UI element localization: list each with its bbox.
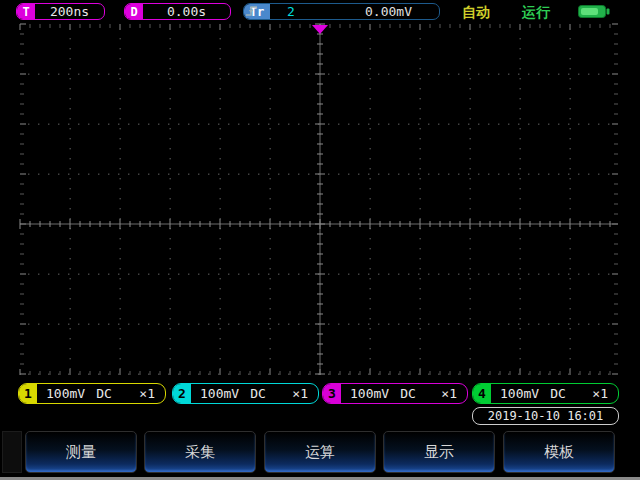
timebase-setting[interactable]: T 200ns xyxy=(16,3,105,20)
menu-button-acquire[interactable]: 采集 xyxy=(144,431,256,473)
acquisition-mode: 自动 xyxy=(462,4,490,22)
datetime-display: 2019-10-10 16:01 xyxy=(472,407,619,425)
channel-2-scale: 100mV xyxy=(200,386,239,401)
graticule xyxy=(20,24,618,375)
trigger-position-marker[interactable] xyxy=(312,25,328,34)
trigger-source: 2 xyxy=(270,4,312,19)
menu-button-template[interactable]: 模板 xyxy=(503,431,615,473)
trigger-setting[interactable]: Tr 2 0.00mV xyxy=(243,3,440,20)
menu-button-display[interactable]: 显示 xyxy=(383,431,495,473)
channel-1-badge: 1 xyxy=(19,384,37,403)
channel-1-coupling: DC xyxy=(96,386,112,401)
channel-4-scale: 100mV xyxy=(500,386,539,401)
channel-4-info[interactable]: 4 100mV DC ×1 xyxy=(472,383,619,404)
run-state: 运行 xyxy=(522,4,550,22)
channel-3-info[interactable]: 3 100mV DC ×1 xyxy=(322,383,468,404)
delay-setting[interactable]: D 0.00s xyxy=(124,3,231,20)
channel-4-coupling: DC xyxy=(550,386,566,401)
channel-4-badge: 4 xyxy=(473,384,491,403)
channel-1-scale: 100mV xyxy=(46,386,85,401)
menu-button-measure[interactable]: 测量 xyxy=(25,431,137,473)
channel-1-probe: ×1 xyxy=(139,386,155,401)
channel-3-badge: 3 xyxy=(323,384,341,403)
channel-3-coupling: DC xyxy=(400,386,416,401)
delay-value: 0.00s xyxy=(143,4,230,19)
channel-1-info[interactable]: 1 100mV DC ×1 xyxy=(18,383,166,404)
timebase-value: 200ns xyxy=(35,4,104,19)
softkey-menu-bar: 测量 采集 运算 显示 模板 xyxy=(0,428,640,477)
channel-3-scale: 100mV xyxy=(350,386,389,401)
oscilloscope-screen: T 200ns D 0.00s Tr 2 0.00mV 自动 运行 1 100m… xyxy=(0,0,640,480)
menu-button-math[interactable]: 运算 xyxy=(264,431,376,473)
channel-2-info[interactable]: 2 100mV DC ×1 xyxy=(172,383,319,404)
channel-4-probe: ×1 xyxy=(592,386,608,401)
trigger-level: 0.00mV xyxy=(338,4,439,19)
channel-2-coupling: DC xyxy=(250,386,266,401)
delay-label: D xyxy=(125,4,143,19)
channel-2-probe: ×1 xyxy=(292,386,308,401)
timebase-label: T xyxy=(17,4,35,19)
channel-3-probe: ×1 xyxy=(441,386,457,401)
menu-left-slot xyxy=(2,431,22,473)
channel-2-badge: 2 xyxy=(173,384,191,403)
